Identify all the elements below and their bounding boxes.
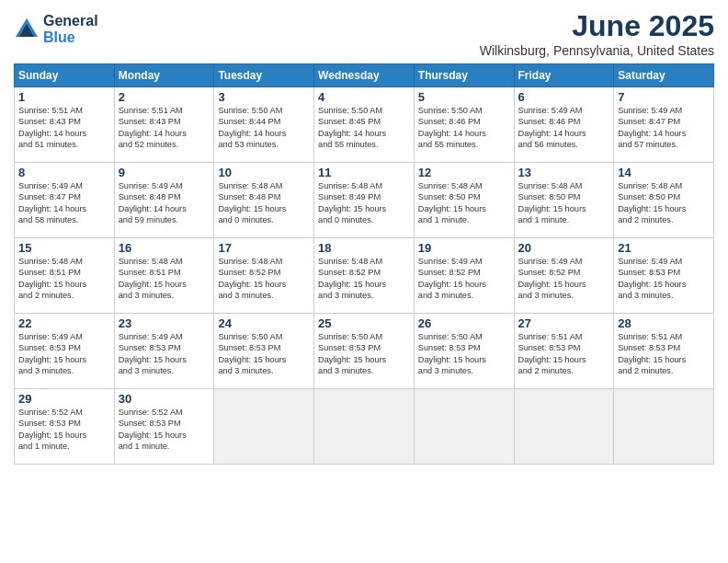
calendar-cell: 5Sunrise: 5:50 AM Sunset: 8:46 PM Daylig…: [414, 87, 514, 163]
logo-blue-label: Blue: [43, 29, 98, 46]
calendar-cell: [514, 389, 614, 465]
calendar-day-header: Saturday: [614, 64, 714, 87]
cell-text: Sunrise: 5:50 AM Sunset: 8:53 PM Dayligh…: [318, 331, 410, 377]
day-number: 24: [218, 316, 310, 330]
calendar-cell: [414, 389, 514, 465]
day-number: 8: [18, 166, 110, 179]
calendar-cell: 27Sunrise: 5:51 AM Sunset: 8:53 PM Dayli…: [514, 314, 614, 389]
day-number: 19: [418, 241, 510, 255]
header: General Blue June 2025 Wilkinsburg, Penn…: [14, 9, 714, 58]
day-number: 11: [318, 166, 410, 179]
calendar-header-row: SundayMondayTuesdayWednesdayThursdayFrid…: [15, 64, 714, 87]
cell-text: Sunrise: 5:48 AM Sunset: 8:52 PM Dayligh…: [218, 256, 310, 302]
calendar-cell: 19Sunrise: 5:49 AM Sunset: 8:52 PM Dayli…: [414, 238, 514, 314]
calendar-cell: 9Sunrise: 5:49 AM Sunset: 8:48 PM Daylig…: [114, 163, 214, 238]
cell-text: Sunrise: 5:48 AM Sunset: 8:50 PM Dayligh…: [618, 180, 710, 226]
day-number: 15: [18, 241, 110, 255]
cell-text: Sunrise: 5:52 AM Sunset: 8:53 PM Dayligh…: [119, 407, 210, 453]
day-number: 3: [218, 90, 310, 104]
cell-text: Sunrise: 5:50 AM Sunset: 8:45 PM Dayligh…: [318, 105, 410, 151]
day-number: 14: [618, 166, 710, 179]
cell-text: Sunrise: 5:52 AM Sunset: 8:53 PM Dayligh…: [18, 407, 110, 453]
cell-text: Sunrise: 5:50 AM Sunset: 8:53 PM Dayligh…: [218, 331, 310, 377]
day-number: 10: [218, 166, 310, 179]
day-number: 28: [618, 316, 710, 330]
logo-general-label: General: [43, 13, 98, 29]
day-number: 5: [418, 90, 510, 104]
day-number: 23: [119, 316, 210, 330]
cell-text: Sunrise: 5:49 AM Sunset: 8:47 PM Dayligh…: [618, 105, 710, 151]
calendar-cell: 6Sunrise: 5:49 AM Sunset: 8:46 PM Daylig…: [514, 87, 614, 163]
cell-text: Sunrise: 5:48 AM Sunset: 8:49 PM Dayligh…: [318, 180, 410, 226]
cell-text: Sunrise: 5:50 AM Sunset: 8:53 PM Dayligh…: [418, 331, 510, 377]
calendar-cell: 11Sunrise: 5:48 AM Sunset: 8:49 PM Dayli…: [314, 163, 415, 238]
calendar-day-header: Monday: [114, 64, 214, 87]
day-number: 17: [218, 241, 310, 255]
calendar-day-header: Tuesday: [214, 64, 314, 87]
day-number: 16: [119, 241, 210, 255]
day-number: 9: [119, 166, 210, 179]
calendar-cell: [314, 389, 415, 465]
cell-text: Sunrise: 5:49 AM Sunset: 8:48 PM Dayligh…: [119, 180, 210, 226]
calendar-week-row: 15Sunrise: 5:48 AM Sunset: 8:51 PM Dayli…: [15, 238, 714, 314]
calendar-cell: 25Sunrise: 5:50 AM Sunset: 8:53 PM Dayli…: [314, 314, 415, 389]
calendar-cell: 7Sunrise: 5:49 AM Sunset: 8:47 PM Daylig…: [614, 87, 714, 163]
day-number: 20: [518, 241, 610, 255]
day-number: 13: [518, 166, 610, 179]
cell-text: Sunrise: 5:49 AM Sunset: 8:52 PM Dayligh…: [518, 256, 610, 302]
day-number: 4: [318, 90, 410, 104]
calendar-cell: 16Sunrise: 5:48 AM Sunset: 8:51 PM Dayli…: [114, 238, 214, 314]
calendar-week-row: 8Sunrise: 5:49 AM Sunset: 8:47 PM Daylig…: [15, 163, 714, 238]
month-title: June 2025: [480, 9, 714, 43]
calendar-cell: [214, 389, 314, 465]
calendar-week-row: 29Sunrise: 5:52 AM Sunset: 8:53 PM Dayli…: [15, 389, 714, 465]
cell-text: Sunrise: 5:48 AM Sunset: 8:48 PM Dayligh…: [218, 180, 310, 226]
day-number: 18: [318, 241, 410, 255]
cell-text: Sunrise: 5:48 AM Sunset: 8:51 PM Dayligh…: [119, 256, 210, 302]
calendar-cell: 30Sunrise: 5:52 AM Sunset: 8:53 PM Dayli…: [114, 389, 214, 465]
calendar-cell: 13Sunrise: 5:48 AM Sunset: 8:50 PM Dayli…: [514, 163, 614, 238]
day-number: 26: [418, 316, 510, 330]
cell-text: Sunrise: 5:49 AM Sunset: 8:52 PM Dayligh…: [418, 256, 510, 302]
calendar-cell: 21Sunrise: 5:49 AM Sunset: 8:53 PM Dayli…: [614, 238, 714, 314]
title-area: June 2025 Wilkinsburg, Pennsylvania, Uni…: [480, 9, 714, 58]
day-number: 22: [18, 316, 110, 330]
cell-text: Sunrise: 5:48 AM Sunset: 8:50 PM Dayligh…: [518, 180, 610, 226]
day-number: 7: [618, 90, 710, 104]
calendar-cell: 23Sunrise: 5:49 AM Sunset: 8:53 PM Dayli…: [114, 314, 214, 389]
calendar-table: SundayMondayTuesdayWednesdayThursdayFrid…: [14, 63, 714, 465]
cell-text: Sunrise: 5:48 AM Sunset: 8:52 PM Dayligh…: [318, 256, 410, 302]
calendar-week-row: 22Sunrise: 5:49 AM Sunset: 8:53 PM Dayli…: [15, 314, 714, 389]
calendar-cell: 14Sunrise: 5:48 AM Sunset: 8:50 PM Dayli…: [614, 163, 714, 238]
cell-text: Sunrise: 5:49 AM Sunset: 8:47 PM Dayligh…: [18, 180, 110, 226]
cell-text: Sunrise: 5:49 AM Sunset: 8:53 PM Dayligh…: [119, 331, 210, 377]
calendar-cell: 2Sunrise: 5:51 AM Sunset: 8:43 PM Daylig…: [114, 87, 214, 163]
cell-text: Sunrise: 5:50 AM Sunset: 8:44 PM Dayligh…: [218, 105, 310, 151]
page: General Blue June 2025 Wilkinsburg, Penn…: [0, 0, 728, 563]
day-number: 27: [518, 316, 610, 330]
calendar-cell: 18Sunrise: 5:48 AM Sunset: 8:52 PM Dayli…: [314, 238, 415, 314]
calendar-cell: 10Sunrise: 5:48 AM Sunset: 8:48 PM Dayli…: [214, 163, 314, 238]
day-number: 30: [119, 392, 210, 406]
calendar-day-header: Thursday: [414, 64, 514, 87]
day-number: 21: [618, 241, 710, 255]
cell-text: Sunrise: 5:50 AM Sunset: 8:46 PM Dayligh…: [418, 105, 510, 151]
cell-text: Sunrise: 5:51 AM Sunset: 8:53 PM Dayligh…: [618, 331, 710, 377]
cell-text: Sunrise: 5:51 AM Sunset: 8:53 PM Dayligh…: [518, 331, 610, 377]
calendar-cell: 22Sunrise: 5:49 AM Sunset: 8:53 PM Dayli…: [15, 314, 115, 389]
calendar-cell: 17Sunrise: 5:48 AM Sunset: 8:52 PM Dayli…: [214, 238, 314, 314]
calendar-cell: 26Sunrise: 5:50 AM Sunset: 8:53 PM Dayli…: [414, 314, 514, 389]
logo-text: General Blue: [43, 13, 98, 45]
logo: General Blue: [14, 13, 98, 45]
calendar-cell: 15Sunrise: 5:48 AM Sunset: 8:51 PM Dayli…: [15, 238, 115, 314]
calendar-cell: 29Sunrise: 5:52 AM Sunset: 8:53 PM Dayli…: [15, 389, 115, 465]
day-number: 6: [518, 90, 610, 104]
calendar-cell: 20Sunrise: 5:49 AM Sunset: 8:52 PM Dayli…: [514, 238, 614, 314]
day-number: 25: [318, 316, 410, 330]
cell-text: Sunrise: 5:48 AM Sunset: 8:51 PM Dayligh…: [18, 256, 110, 302]
calendar-cell: 3Sunrise: 5:50 AM Sunset: 8:44 PM Daylig…: [214, 87, 314, 163]
logo-icon: [14, 17, 40, 42]
cell-text: Sunrise: 5:51 AM Sunset: 8:43 PM Dayligh…: [119, 105, 210, 151]
calendar-week-row: 1Sunrise: 5:51 AM Sunset: 8:43 PM Daylig…: [15, 87, 714, 163]
calendar-day-header: Friday: [514, 64, 614, 87]
